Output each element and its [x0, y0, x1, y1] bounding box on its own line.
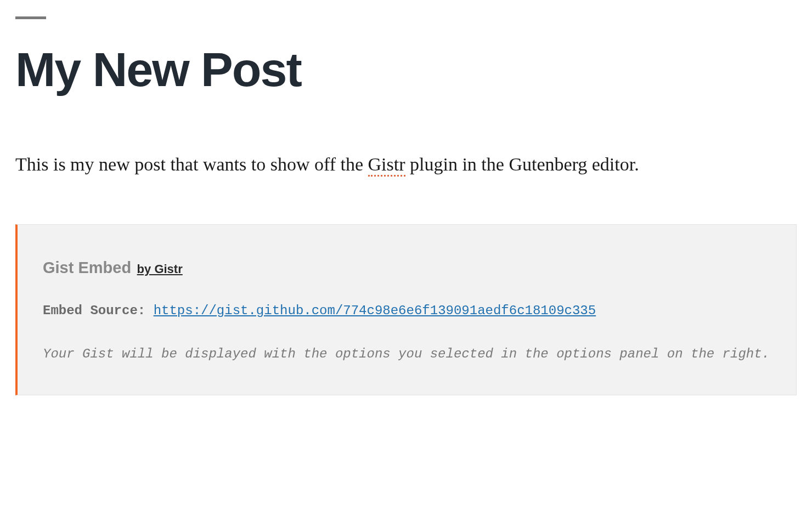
post-body-text-prefix: This is my new post that wants to show o… — [15, 154, 368, 174]
post-body-text-suffix: plugin in the Gutenberg editor. — [405, 154, 639, 174]
post-body-paragraph[interactable]: This is my new post that wants to show o… — [15, 149, 797, 180]
embed-source-url-link[interactable]: https://gist.github.com/774c98e6e6f13909… — [154, 303, 596, 318]
spellcheck-word[interactable]: Gistr — [368, 154, 405, 177]
gist-embed-block[interactable]: Gist Embed by Gistr Embed Source: https:… — [15, 224, 797, 396]
title-accent-divider — [15, 16, 46, 19]
post-title[interactable]: My New Post — [15, 46, 797, 94]
embed-source-row: Embed Source: https://gist.github.com/77… — [43, 301, 771, 321]
embed-byline-link[interactable]: by Gistr — [137, 262, 183, 276]
embed-source-label: Embed Source: — [43, 303, 145, 318]
embed-note-text: Your Gist will be displayed with the opt… — [43, 342, 771, 367]
embed-header: Gist Embed by Gistr — [43, 259, 771, 277]
embed-title: Gist Embed — [43, 259, 131, 276]
